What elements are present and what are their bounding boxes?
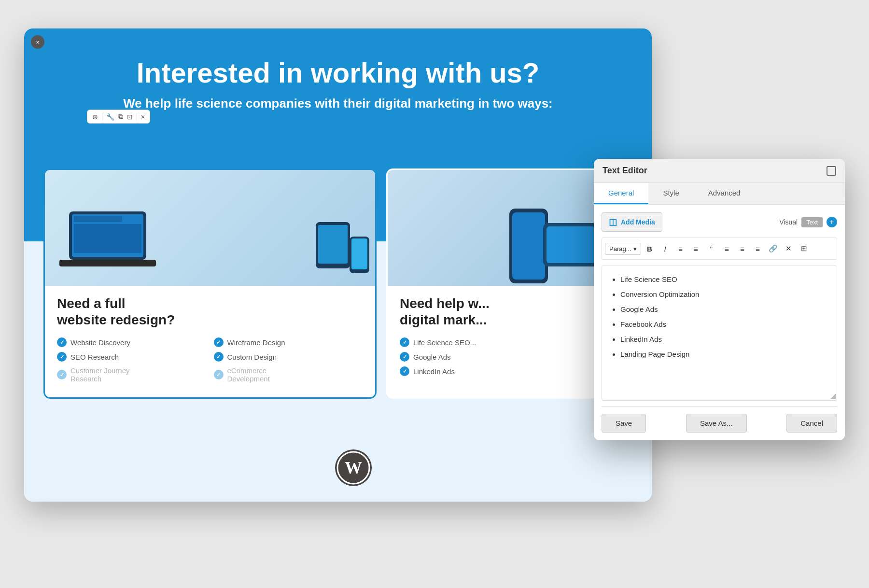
resize-handle[interactable] [830,393,836,399]
website-heading2: We help life science companies with thei… [43,96,632,111]
check-icon [57,337,67,347]
link-button[interactable]: 🔗 [767,242,780,255]
paragraph-select[interactable]: Parag... ▾ [605,243,641,255]
ordered-list-button[interactable]: ≡ [689,242,703,255]
tab-advanced[interactable]: Advanced [694,183,755,204]
phone-svg-left [349,236,370,274]
laptop-svg [59,207,156,274]
check-icon [214,370,224,379]
tablet-svg [315,221,351,269]
card-website-redesign[interactable]: Need a fullwebsite redesign? Website Dis… [43,168,377,399]
svg-rect-2 [74,216,122,222]
toolbar-divider2 [137,113,137,121]
list-item-text: Wireframe Design [227,338,285,347]
dialog-titlebar: Text Editor [594,159,845,183]
element-toolbar[interactable]: ⊕ 🔧 ⧉ ⊡ × [87,110,150,124]
dialog-title: Text Editor [603,166,647,176]
list-item: Customer JourneyResearch [57,366,207,383]
list-item-google-ads: Google Ads [620,303,829,316]
editor-toolbar: Parag... ▾ B I ≡ ≡ " ≡ ≡ ≡ 🔗 ✕ ⊞ [602,238,837,260]
right-devices-svg [500,199,606,286]
tab-style[interactable]: Style [648,183,693,204]
visual-view-button[interactable]: Visual [779,218,798,226]
dialog-maximize-button[interactable] [827,166,836,176]
save-as-button[interactable]: Save As... [686,414,747,433]
list-item-text: LinkedIn Ads [413,367,455,376]
list-item-facebook-ads: Facebook Ads [620,318,829,331]
add-media-bar: ◫ Add Media Visual Text + [602,212,837,232]
check-icon [214,352,224,362]
list-item-linkedin-ads: LinkedIn Ads [620,333,829,346]
table-button[interactable]: ⊞ [798,242,811,255]
text-editor-dialog: Text Editor General Style Advanced ◫ Add… [594,159,845,440]
list-item-text: SEO Research [70,353,119,361]
website-preview: × Interested in working with us? We help… [24,28,652,502]
list-item: Custom Design [214,352,364,362]
add-media-label: Add Media [621,218,655,226]
svg-rect-4 [59,260,156,266]
paragraph-label: Parag... [609,245,631,252]
move-icon[interactable]: ⊕ [92,113,98,121]
save-button[interactable]: Save [602,414,646,433]
check-icon [214,337,224,347]
list-item-text: Google Ads [413,353,451,361]
add-media-button[interactable]: ◫ Add Media [602,212,662,232]
dropdown-arrow-icon: ▾ [633,245,637,252]
add-element-button[interactable]: + [827,217,837,227]
card-image-left [45,170,375,286]
unlink-button[interactable]: ✕ [782,242,796,255]
card-list-left: Website Discovery Wireframe Design SEO R… [57,337,363,383]
check-icon [400,337,409,347]
website-close-button[interactable]: × [31,35,44,49]
italic-button[interactable]: I [659,242,672,255]
expand-icon[interactable]: ⊡ [127,113,133,121]
svg-text:W: W [345,458,362,477]
cards-row: Need a fullwebsite redesign? Website Dis… [24,168,652,399]
unordered-list-button[interactable]: ≡ [674,242,687,255]
list-item-text: Customer JourneyResearch [70,366,130,383]
copy-icon[interactable]: ⧉ [118,112,123,121]
close-element-icon[interactable]: × [141,113,145,121]
view-toggle: Visual Text + [779,217,837,227]
wordpress-icon: W [334,448,373,487]
align-center-button[interactable]: ≡ [736,242,749,255]
list-item-text: Life Science SEO... [413,338,476,347]
svg-rect-3 [74,224,141,253]
card-title-left: Need a fullwebsite redesign? [57,295,363,328]
dialog-tabs: General Style Advanced [594,183,845,205]
list-item-text: Custom Design [227,353,277,361]
list-item-conversion: Conversion Optimization [620,288,829,301]
check-icon [400,352,409,362]
editor-list: Life Science SEO Conversion Optimization… [610,273,829,361]
check-icon [400,366,409,376]
list-item-text: eCommerceDevelopment [227,366,270,383]
list-item-landing-page: Landing Page Design [620,348,829,361]
list-item: Wireframe Design [214,337,364,347]
tab-general[interactable]: General [594,183,648,204]
editor-content-area[interactable]: Life Science SEO Conversion Optimization… [602,266,837,401]
card-content-left: Need a fullwebsite redesign? Website Dis… [45,286,375,383]
dialog-footer: Save Save As... Cancel [602,406,837,433]
text-view-button[interactable]: Text [801,217,823,227]
check-icon [57,370,67,379]
cancel-button[interactable]: Cancel [786,414,837,433]
align-left-button[interactable]: ≡ [720,242,734,255]
bold-button[interactable]: B [643,242,657,255]
svg-rect-10 [512,212,545,280]
list-item-seo: Life Science SEO [620,273,829,286]
toolbar-divider1 [102,113,102,121]
svg-rect-8 [351,238,367,269]
list-item: SEO Research [57,352,207,362]
list-item-text: Website Discovery [70,338,130,347]
add-media-icon: ◫ [609,217,617,227]
blockquote-button[interactable]: " [705,242,718,255]
devices-mockup-left [45,170,375,286]
close-x-icon: × [36,39,40,46]
wrench-icon[interactable]: 🔧 [106,113,114,121]
check-icon [57,352,67,362]
svg-rect-12 [547,226,595,263]
list-item: Website Discovery [57,337,207,347]
scene: × Interested in working with us? We help… [24,28,845,560]
align-right-button[interactable]: ≡ [751,242,765,255]
svg-rect-6 [318,225,348,264]
